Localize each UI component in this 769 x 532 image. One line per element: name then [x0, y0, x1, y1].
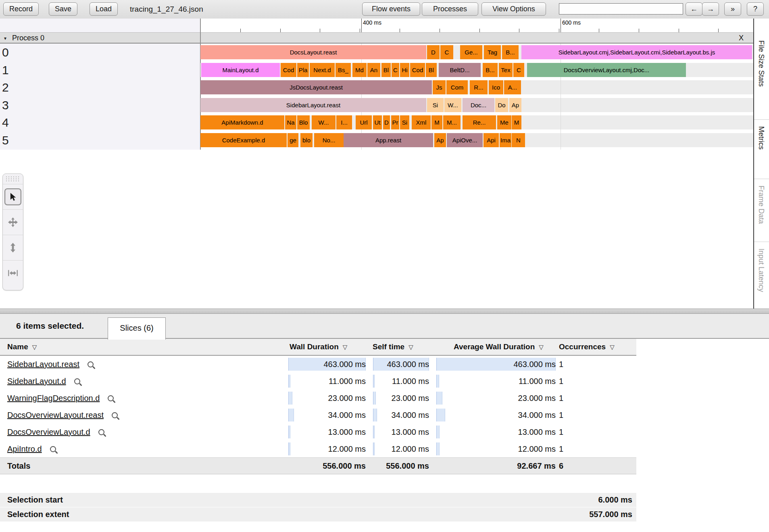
magnifier-icon[interactable]	[108, 395, 114, 401]
trace-slice[interactable]: Ap	[509, 98, 521, 112]
trace-slice[interactable]: BeltD...	[439, 63, 481, 77]
slice-name-link[interactable]: SidebarLayout.d	[7, 373, 80, 390]
trace-slice[interactable]: blo	[300, 133, 313, 147]
trace-slice[interactable]: Ge...	[460, 45, 482, 59]
trace-slice[interactable]: App.reast	[344, 133, 433, 147]
trace-slice[interactable]: Bl	[381, 63, 391, 77]
slice-name-link[interactable]: DocsOverviewLayout.d	[7, 424, 104, 440]
magnifier-icon[interactable]	[74, 378, 80, 384]
trace-slice[interactable]: MainLayout.d	[201, 63, 280, 77]
trace-slice[interactable]: Bl	[426, 63, 437, 77]
magnifier-icon[interactable]	[98, 429, 104, 435]
sort-icon[interactable]: ▽	[539, 344, 544, 350]
trace-slice[interactable]: Re...	[463, 115, 496, 129]
trace-slice[interactable]: Js	[433, 80, 446, 94]
magnifier-icon[interactable]	[112, 412, 118, 418]
trace-slice[interactable]: Bs_	[336, 63, 351, 77]
trace-slice[interactable]: W...	[444, 98, 461, 112]
trace-slice[interactable]: N	[512, 133, 525, 147]
column-header-average-wall-duration[interactable]: Average Wall Duration▽	[454, 339, 544, 355]
trace-slice[interactable]: No...	[314, 133, 344, 147]
trace-slice[interactable]: Si	[427, 98, 444, 112]
trace-slice[interactable]: M...	[443, 115, 461, 129]
trace-slice[interactable]: SidebarLayout.cmj,SidebarLayout.cmi,Side…	[521, 45, 752, 59]
trace-slice[interactable]: SidebarLayout.reast	[200, 98, 426, 112]
trace-slice[interactable]: M	[512, 115, 521, 129]
trace-slice[interactable]: D	[383, 115, 390, 129]
sort-icon[interactable]: ▽	[32, 344, 37, 350]
sidebar-item-metrics[interactable]: Metrics	[757, 126, 765, 150]
trace-slice[interactable]: Ico	[489, 80, 503, 94]
vertical-zoom-tool[interactable]	[3, 235, 23, 260]
trace-slice[interactable]: W...	[312, 115, 336, 129]
trace-slice[interactable]: JsDocsLayout.reast	[200, 80, 432, 94]
trace-slice[interactable]: Doc...	[463, 98, 494, 112]
trace-slice[interactable]: Com	[446, 80, 468, 94]
trace-slice[interactable]: CodeExample.d	[200, 133, 287, 147]
trace-slice[interactable]: Url	[356, 115, 372, 129]
selection-tool[interactable]	[3, 184, 23, 209]
trace-slice[interactable]: Do	[495, 98, 508, 112]
trace-slice[interactable]: M	[431, 115, 442, 129]
trace-slice[interactable]: B...	[502, 45, 519, 59]
pan-tool[interactable]	[3, 209, 23, 235]
trace-slice[interactable]: Blo	[297, 115, 310, 129]
trace-slice[interactable]: Pla	[297, 63, 309, 77]
trace-slice[interactable]: Cod	[281, 63, 296, 77]
trace-slice[interactable]: An	[367, 63, 380, 77]
processes-button[interactable]: Processes	[422, 2, 478, 16]
trace-slice[interactable]: ApiMarkdown.d	[200, 115, 284, 129]
timing-tool[interactable]	[3, 260, 23, 286]
timeline-ruler[interactable]: 400 ms600 ms	[200, 19, 753, 32]
trace-slice[interactable]: I...	[336, 115, 352, 129]
process-header[interactable]: ▾ Process 0 X	[0, 32, 753, 44]
trace-slice[interactable]: Ima	[500, 133, 511, 147]
trace-slice[interactable]: Md	[352, 63, 367, 77]
tab-slices[interactable]: Slices (6)	[108, 317, 166, 340]
trace-slice[interactable]: Me	[497, 115, 511, 129]
slice-name-link[interactable]: WarningFlagDescription.d	[7, 390, 114, 407]
nav-more-button[interactable]: »	[724, 2, 741, 16]
load-button[interactable]: Load	[90, 2, 118, 16]
trace-slice[interactable]: Tag	[484, 45, 501, 59]
trace-slice[interactable]: DocsOverviewLayout.cmj,Doc...	[527, 63, 686, 77]
trace-slice[interactable]: Ap	[434, 133, 446, 147]
trace-slice[interactable]: ge	[288, 133, 298, 147]
slice-name-link[interactable]: ApiIntro.d	[7, 440, 56, 457]
trace-slice[interactable]: C	[392, 63, 399, 77]
slice-name-link[interactable]: SidebarLayout.reast	[7, 356, 94, 373]
trace-slice[interactable]: Hi	[400, 63, 409, 77]
trace-slice[interactable]: D	[427, 45, 440, 59]
magnifier-icon[interactable]	[50, 446, 56, 452]
help-button[interactable]: ?	[747, 2, 764, 16]
column-header-name[interactable]: Name▽	[7, 339, 37, 355]
column-header-wall-duration[interactable]: Wall Duration▽	[290, 339, 347, 355]
trace-slice[interactable]: Pr	[391, 115, 399, 129]
trace-slice[interactable]: Next.d	[310, 63, 335, 77]
trace-slice[interactable]: C	[513, 63, 524, 77]
sidebar-item-frame-data[interactable]: Frame Data	[757, 186, 765, 224]
record-button[interactable]: Record	[3, 2, 39, 16]
slice-name-link[interactable]: DocsOverviewLayout.reast	[7, 407, 118, 424]
trace-slice[interactable]: R...	[470, 80, 488, 94]
trace-slice[interactable]: DocsLayout.reast	[200, 45, 426, 59]
search-input[interactable]	[559, 3, 683, 15]
nav-back-button[interactable]: ←	[686, 2, 702, 16]
trace-slice[interactable]: Cod	[410, 63, 425, 77]
sidebar-item-input-latency[interactable]: Input Latency	[757, 248, 765, 292]
trace-slice[interactable]: B...	[483, 63, 498, 77]
save-button[interactable]: Save	[49, 2, 77, 16]
trace-slice[interactable]: C	[440, 45, 453, 59]
close-process-button[interactable]: X	[736, 33, 746, 43]
view-options-button[interactable]: View Options	[481, 2, 546, 16]
magnifier-icon[interactable]	[88, 361, 94, 367]
trace-slice[interactable]: ApiOve...	[447, 133, 483, 147]
sidebar-item-file-size-stats[interactable]: File Size Stats	[757, 40, 765, 87]
trace-slice[interactable]: Ut	[373, 115, 382, 129]
panel-splitter[interactable]	[0, 309, 769, 314]
column-header-occurrences[interactable]: Occurrences▽	[559, 339, 615, 355]
nav-forward-button[interactable]: →	[702, 2, 719, 16]
collapse-icon[interactable]: ▾	[4, 35, 6, 41]
trace-slice[interactable]: Na	[285, 115, 296, 129]
sort-icon[interactable]: ▽	[610, 344, 615, 350]
